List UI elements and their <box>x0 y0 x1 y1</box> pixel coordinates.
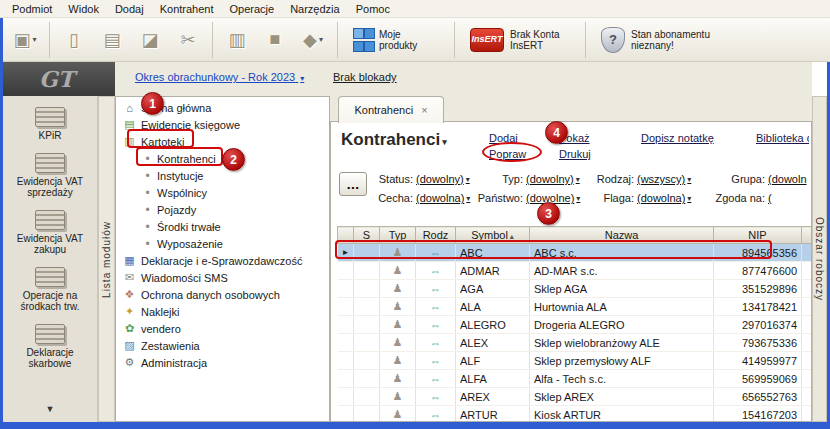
filter-cecha-value[interactable]: (dowolna)▾ <box>416 192 470 204</box>
column-s[interactable]: S <box>354 227 380 244</box>
toolbar-fax-button[interactable]: ▣ ▾ <box>6 23 44 57</box>
cell-symbol: ADMAR <box>456 262 530 280</box>
tree-item-kartoteki[interactable]: ▥ Kartoteki <box>116 133 329 150</box>
tab-kontrahenci[interactable]: Kontrahenci × <box>338 96 444 123</box>
table-row[interactable]: ♟ ⇔ AGA Sklep AGA 351529896 <box>338 280 813 298</box>
drukuj-link[interactable]: Drukuj <box>559 146 591 162</box>
cell-f <box>802 388 813 406</box>
tree-item-ochrona-danych[interactable]: ❖ Ochrona danych osobowych <box>116 286 329 303</box>
table-row[interactable]: ♟ ⇔ ADMAR AD-MAR s.c. 877476600 <box>338 262 813 280</box>
column-typ[interactable]: Typ <box>380 227 416 244</box>
contractor-icon: ♟ <box>380 334 416 352</box>
cell-indicator <box>338 406 354 423</box>
table-row[interactable]: ♟ ⇔ ALA Hurtownia ALA 134178421 <box>338 298 813 316</box>
filter-grupa-value[interactable]: (dowoln <box>768 173 807 185</box>
biblioteka-link[interactable]: Biblioteka dok <box>756 130 809 146</box>
module-scroll-down-button[interactable]: ▼ <box>3 404 97 414</box>
tree-item-administracja[interactable]: ⚙ Administracja <box>116 354 329 371</box>
column-indicator[interactable] <box>338 227 354 244</box>
cell-symbol: ABC <box>456 244 530 262</box>
popraw-link[interactable]: Popraw <box>489 146 526 162</box>
filter-status-value[interactable]: (dowolny)▾ <box>416 173 470 185</box>
menu-dodaj[interactable]: Dodaj <box>107 0 152 18</box>
module-item-ewidencja-vat-zakupu[interactable]: Ewidencja VAT zakupu <box>3 205 97 262</box>
menu-widok[interactable]: Widok <box>60 0 107 18</box>
filter-flaga-value[interactable]: (dowolna)▾ <box>637 192 691 204</box>
menu-pomoc[interactable]: Pomoc <box>348 0 398 18</box>
contractor-icon: ♟ <box>380 370 416 388</box>
toolbar-cube-button[interactable]: ■ <box>256 23 294 57</box>
cell-nip: 297016374 <box>714 316 802 334</box>
moje-produkty-button[interactable]: Moje produkty <box>343 28 449 52</box>
table-row[interactable]: ♟ ⇔ AREX Sklep AREX 656552763 <box>338 388 813 406</box>
workspace-strip[interactable]: Obszar roboczy <box>812 96 827 422</box>
tree-item-wspolnicy[interactable]: • Wspólnicy <box>116 184 329 201</box>
module-item-ewidencja-vat-sprzedazy[interactable]: Ewidencja VAT sprzedaży <box>3 148 97 205</box>
accounting-period-link[interactable]: Okres obrachunkowy - Rok 2023 ▾ <box>135 71 304 83</box>
module-item-deklaracje-skarbowe[interactable]: Deklaracje skarbowe <box>3 319 97 376</box>
lock-status-link[interactable]: Brak blokady <box>333 71 397 83</box>
table-row[interactable]: ♟ ⇔ ALF Sklep przemysłowy ALF 414959977 <box>338 352 813 370</box>
stan-abonamentu-label: Stan abonamentu nieznany! <box>631 29 719 51</box>
page-title[interactable]: Kontrahenci▾ <box>341 130 447 150</box>
column-f[interactable]: F <box>802 227 813 244</box>
pokaz-link[interactable]: Pokaż <box>559 130 591 146</box>
dodaj-link[interactable]: Dodaj <box>489 130 526 146</box>
tree-item-wyposazenie[interactable]: • Wyposażenie <box>116 235 329 252</box>
column-nazwa[interactable]: Nazwa <box>530 227 714 244</box>
filter-value: (dowolne) <box>526 192 574 204</box>
filter-panstwo-value[interactable]: (dowolne)▾ <box>526 192 580 204</box>
column-rodz[interactable]: Rodz <box>416 227 456 244</box>
tree-item-deklaracje[interactable]: ▦ Deklaracje i e-Sprawozdawczość <box>116 252 329 269</box>
table-row[interactable]: ♟ ⇔ ALEX Sklep wielobranżowy ALE 7936753… <box>338 334 813 352</box>
table-row[interactable]: ► ♟ ⇔ ABC ABC s.c. 894565356 <box>338 244 813 262</box>
filter-typ-value[interactable]: (dowolny)▾ <box>526 173 580 185</box>
menu-narzedzia[interactable]: Narzędzia <box>282 0 348 18</box>
stan-abonamentu-button[interactable]: ? Stan abonamentu nieznany! <box>591 27 729 53</box>
dopisz-notatke-link[interactable]: Dopisz notatkę <box>641 130 714 146</box>
module-item-kpir[interactable]: KPiR <box>3 102 97 148</box>
tree-item-naklejki[interactable]: ✦ Naklejki <box>116 303 329 320</box>
module-item-operacje-srodki-trwale[interactable]: Operacje na środkach trw. <box>3 262 97 319</box>
table-row[interactable]: ♟ ⇔ ARTUR Kiosk ARTUR 154167203 <box>338 406 813 423</box>
caret-down-icon: ▾ <box>300 74 304 83</box>
tree-item-pojazdy[interactable]: • Pojazdy <box>116 201 329 218</box>
tree-item-strona-glowna[interactable]: ⌂ Strona główna <box>116 99 329 116</box>
column-nip[interactable]: NIP <box>714 227 802 244</box>
contractors-view: Kontrahenci▾ Dodaj Popraw Pokaż Drukuj D… <box>330 121 812 422</box>
filter-zgoda-value[interactable]: ( <box>768 192 772 204</box>
cell-s <box>354 352 380 370</box>
toolbar-card-button[interactable]: ▯ <box>55 23 93 57</box>
cell-indicator <box>338 298 354 316</box>
brak-konta-button[interactable]: InsERT Brak Konta InsERT <box>460 28 580 52</box>
close-icon[interactable]: × <box>421 104 427 116</box>
toolbar-eraser-button[interactable]: ◪ <box>131 23 169 57</box>
tree-item-vendero[interactable]: ✿ vendero <box>116 320 329 337</box>
window-frame-left <box>0 18 3 429</box>
filter-options-button[interactable]: … <box>339 172 367 196</box>
toolbar-package-button[interactable]: ▥ <box>218 23 256 57</box>
menu-operacje[interactable]: Operacje <box>222 0 283 18</box>
column-symbol[interactable]: Symbol▴ <box>456 227 530 244</box>
caret-down-icon: ▾ <box>687 175 691 184</box>
tree-item-srodki-trwale[interactable]: • Środki trwałe <box>116 218 329 235</box>
tree-item-kontrahenci[interactable]: • Kontrahenci <box>116 150 329 167</box>
tree-item-label: vendero <box>141 323 181 335</box>
toolbar-books-button[interactable]: ▤ <box>93 23 131 57</box>
table-row[interactable]: ♟ ⇔ ALEGRO Drogeria ALEGRO 297016374 <box>338 316 813 334</box>
cell-nazwa: Sklep przemysłowy ALF <box>530 352 714 370</box>
tree-item-instytucje[interactable]: • Instytucje <box>116 167 329 184</box>
tree-item-wiadomosci-sms[interactable]: ✉ Wiadomości SMS <box>116 269 329 286</box>
module-list-strip[interactable]: Lista modułów <box>98 96 115 422</box>
tree-item-ewidencje-ksiegowe[interactable]: ▤ Ewidencje księgowe <box>116 116 329 133</box>
menu-podmiot[interactable]: Podmiot <box>4 0 60 18</box>
menu-kontrahent[interactable]: Kontrahent <box>152 0 222 18</box>
toolbar-archive-button[interactable]: ◆ ▾ <box>294 23 332 57</box>
tree-item-zestawienia[interactable]: ▨ Zestawienia <box>116 337 329 354</box>
toolbar-scissors-button[interactable]: ✂ <box>169 23 207 57</box>
eraser-icon: ◪ <box>141 29 158 51</box>
table-row[interactable]: ♟ ⇔ ALFA Alfa - Tech s.c. 569959069 <box>338 370 813 388</box>
filter-rodzaj-value[interactable]: (wszyscy)▾ <box>637 173 691 185</box>
filter-row-2: Cecha: (dowolna)▾ Państwo: (dowolne)▾ Fl… <box>373 192 809 204</box>
filter-label: Cecha: <box>373 192 413 204</box>
